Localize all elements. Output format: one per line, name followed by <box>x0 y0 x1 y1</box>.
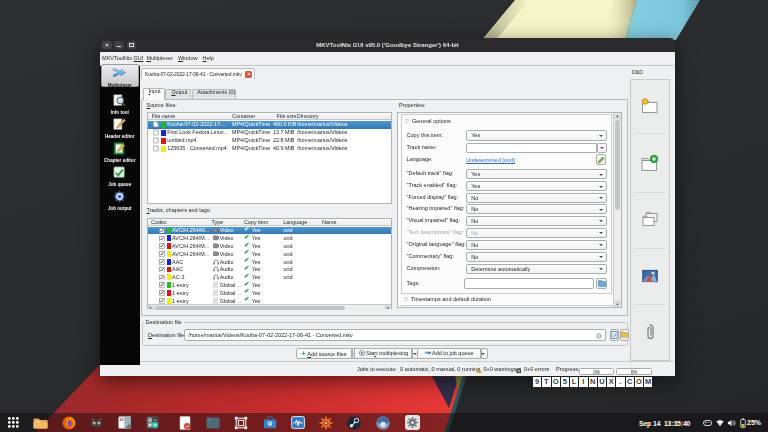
svg-text:31: 31 <box>120 418 124 422</box>
